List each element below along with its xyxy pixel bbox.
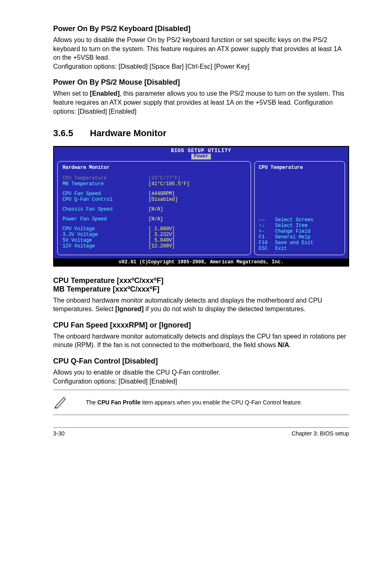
text-bold: [Ignored] xyxy=(115,305,143,312)
chapter-label: Chapter 3: BIOS setup xyxy=(291,430,349,437)
bios-value: [4440RPM] xyxy=(148,191,175,197)
note-icon xyxy=(53,394,86,411)
bios-label: 3.3V Voltage xyxy=(63,232,148,238)
heading-fan-speed: CPU Fan Speed [xxxxRPM] or [Ignored] xyxy=(53,321,349,330)
bios-value: [Disabled] xyxy=(148,197,178,202)
bios-label: 12V Voltage xyxy=(63,243,148,249)
bios-label: Power Fan Speed xyxy=(63,216,148,222)
bios-footer: v02.61 (C)Copyright 1985-2008, American … xyxy=(54,258,348,266)
bios-help-text: Select Screen xyxy=(275,217,314,223)
section-number: 3.6.5 xyxy=(53,128,90,139)
bios-help-list: ←→Select Screen ↑↓Select Item +-Change F… xyxy=(259,217,341,251)
bios-screenshot: BIOS SETUP UTILITY Power Hardware Monito… xyxy=(53,146,349,266)
body-temp: The onboard hardware monitor automatical… xyxy=(53,296,349,314)
text: The onboard hardware monitor automatical… xyxy=(53,333,346,349)
bios-right-panel: CPU Temperature ←→Select Screen ↑↓Select… xyxy=(254,161,345,255)
bios-help-text: Change Field xyxy=(275,229,310,234)
bios-help-key: F10 xyxy=(259,240,275,246)
bios-value: [N/A] xyxy=(148,216,163,222)
text: item appears when you enable the CPU Q-F… xyxy=(141,399,302,406)
bios-value: [41°C/105.5°F] xyxy=(148,181,190,187)
bios-help-text: General Help xyxy=(275,234,310,240)
bios-group-temp: CPU Temperature[25°C/77°F] MB Temperatur… xyxy=(63,175,246,187)
bios-title-bar: BIOS SETUP UTILITY Power xyxy=(54,147,348,159)
bios-help-key: F1 xyxy=(259,234,275,240)
body-qfan: Allows you to enable or disable the CPU … xyxy=(53,368,349,386)
body-ps2-mouse: When set to [Enabled], this parameter al… xyxy=(53,89,349,116)
bios-help-key: ←→ xyxy=(259,217,275,223)
heading-cpu-temp: CPU Temperature [xxxºC/xxxºF] xyxy=(53,276,349,285)
bios-right-title: CPU Temperature xyxy=(259,165,341,171)
bios-help-text: Exit xyxy=(275,246,287,251)
bios-label: CPU Q-Fan Control xyxy=(63,197,148,202)
text: The xyxy=(86,399,97,406)
bios-label: Chassis Fan Speed xyxy=(63,206,148,212)
bios-group-volt: CPU Voltage[ 1.080V] 3.3V Voltage[ 3.232… xyxy=(63,226,246,249)
bios-help-key: ESC xyxy=(259,246,275,251)
bios-value: [ 1.080V] xyxy=(148,226,175,232)
bios-label: CPU Temperature xyxy=(63,175,148,181)
page-number: 3-30 xyxy=(53,430,65,437)
text: When set to xyxy=(53,90,90,97)
bios-left-panel: Hardware Monitor CPU Temperature[25°C/77… xyxy=(57,161,251,255)
body-ps2-keyboard: Allows you to disable the Power On by PS… xyxy=(53,36,349,71)
bios-value: [12.208V] xyxy=(148,243,175,249)
bios-label: CPU Fan Speed xyxy=(63,191,148,197)
bios-value: [ 3.232V] xyxy=(148,232,175,238)
bios-help-key: ↑↓ xyxy=(259,223,275,229)
body-fan-speed: The onboard hardware monitor automatical… xyxy=(53,332,349,350)
bios-group-fan2: Chassis Fan Speed[N/A] xyxy=(63,206,246,212)
bios-value: [ 5.040V] xyxy=(148,238,175,243)
bios-group-fan1: CPU Fan Speed[4440RPM] CPU Q-Fan Control… xyxy=(63,191,246,202)
note-box: The CPU Fan Profile item appears when yo… xyxy=(53,390,349,415)
bios-group-fan3: Power Fan Speed[N/A] xyxy=(63,216,246,222)
heading-ps2-keyboard: Power On By PS/2 Keyboard [Disabled] xyxy=(53,25,349,33)
bios-panel-title: Hardware Monitor xyxy=(63,165,246,171)
heading-hardware-monitor: 3.6.5Hardware Monitor xyxy=(53,128,349,139)
heading-ps2-mouse: Power On By PS/2 Mouse [Disabled] xyxy=(53,78,349,87)
bios-help-text: Save and Exit xyxy=(275,240,314,246)
heading-mb-temp: MB Temperature [xxxºC/xxxºF] xyxy=(53,285,349,294)
heading-qfan: CPU Q-Fan Control [Disabled] xyxy=(53,357,349,366)
bios-tab-power: Power xyxy=(191,154,211,159)
text-bold: N/A xyxy=(278,341,289,348)
bios-help-text: Select Item xyxy=(275,223,307,229)
bios-label: MB Temperature xyxy=(63,181,148,187)
page-footer: 3-30 Chapter 3: BIOS setup xyxy=(53,427,349,437)
bios-label: CPU Voltage xyxy=(63,226,148,232)
bios-label: 5V Voltage xyxy=(63,238,148,243)
text: . xyxy=(289,341,291,348)
text-bold: CPU Fan Profile xyxy=(97,399,141,406)
text-bold: [Enabled] xyxy=(90,90,120,97)
text: if you do not wish to display the detect… xyxy=(143,305,305,312)
bios-help-key: +- xyxy=(259,229,275,234)
bios-value: [25°C/77°F] xyxy=(148,175,181,181)
section-title: Hardware Monitor xyxy=(90,128,166,138)
bios-value: [N/A] xyxy=(148,206,163,212)
note-text: The CPU Fan Profile item appears when yo… xyxy=(86,399,302,406)
